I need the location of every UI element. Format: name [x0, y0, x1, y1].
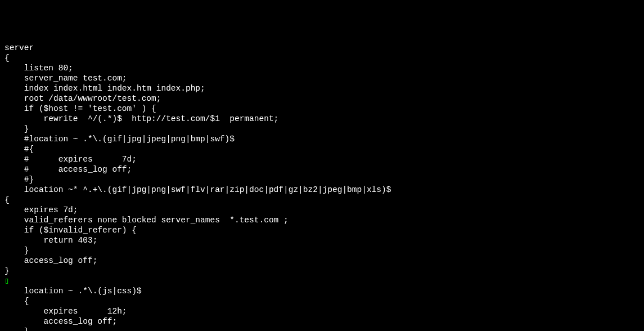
code-line: expires 7d;: [4, 205, 640, 215]
code-line: {: [4, 296, 640, 306]
code-line: access_log off;: [4, 256, 640, 266]
code-line: {: [4, 195, 640, 205]
code-line: valid_referers none blocked server_names…: [4, 215, 640, 225]
code-line: server_name test.com;: [4, 73, 640, 83]
terminal-output[interactable]: server{ listen 80; server_name test.com;…: [4, 43, 640, 331]
code-line: }: [4, 124, 640, 134]
code-line: #location ~ .*\.(gif|jpg|jpeg|png|bmp|sw…: [4, 134, 640, 144]
code-line: {: [4, 53, 640, 63]
code-line: }: [4, 326, 640, 331]
code-line: if ($invalid_referer) {: [4, 225, 640, 235]
code-line: # access_log off;: [4, 164, 640, 175]
code-line: #{: [4, 144, 640, 154]
code-line: }: [4, 245, 640, 256]
code-line: server: [4, 43, 640, 53]
code-line: }: [4, 266, 640, 276]
code-line: expires 12h;: [4, 306, 640, 316]
code-line: access_log off;: [4, 316, 640, 326]
code-line: #}: [4, 175, 640, 185]
code-line: # expires 7d;: [4, 154, 640, 164]
code-line: rewrite ^/(.*)$ http://test.com/$1 perma…: [4, 114, 640, 124]
code-line: if ($host != 'test.com' ) {: [4, 104, 640, 114]
code-line: location ~* ^.+\.(gif|jpg|png|swf|flv|ra…: [4, 185, 640, 195]
cursor-icon: ▯: [4, 276, 640, 286]
code-line: location ~ .*\.(js|css)$: [4, 286, 640, 296]
code-line: return 403;: [4, 235, 640, 245]
code-line: listen 80;: [4, 63, 640, 73]
code-line: root /data/wwwroot/test.com;: [4, 93, 640, 104]
code-line: index index.html index.htm index.php;: [4, 83, 640, 93]
